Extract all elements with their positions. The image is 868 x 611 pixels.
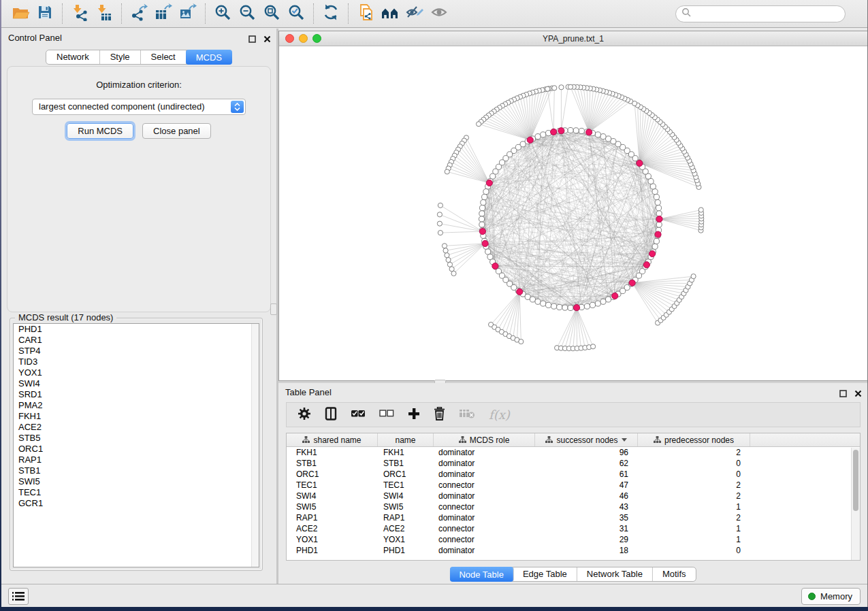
list-item[interactable]: PMA2 — [14, 400, 259, 411]
import-network-button[interactable] — [67, 3, 92, 24]
first-neighbors-icon — [381, 4, 400, 23]
open-file-button[interactable] — [8, 3, 33, 24]
zoom-in-button[interactable] — [210, 3, 235, 24]
table-row[interactable]: TEC1TEC1connector472 — [287, 480, 860, 491]
maximize-window-icon[interactable] — [312, 34, 321, 43]
table-row[interactable]: ACE2ACE2connector311 — [287, 523, 860, 534]
zoom-fit-icon — [263, 3, 280, 24]
hide-selected-button[interactable] — [402, 3, 427, 24]
tab-node-table[interactable]: Node Table — [449, 567, 514, 582]
log-console-button[interactable] — [8, 588, 29, 605]
minimize-window-icon[interactable] — [299, 34, 308, 43]
first-neighbors-button[interactable] — [378, 3, 402, 24]
close-panel-icon[interactable] — [263, 33, 271, 46]
node-table: shared name name MCDS role successor nod… — [286, 433, 861, 561]
list-item[interactable]: ACE2 — [14, 422, 259, 433]
list-item[interactable]: STP4 — [14, 346, 259, 357]
function-builder-icon[interactable]: f(x) — [489, 408, 510, 422]
zoom-out-button[interactable] — [235, 3, 259, 24]
delete-column-icon[interactable] — [434, 407, 445, 423]
show-all-button[interactable] — [427, 3, 451, 24]
column-header-shared-name[interactable]: shared name — [287, 433, 378, 446]
column-header-predecessor-nodes[interactable]: predecessor nodes — [638, 433, 750, 446]
show-eye-icon — [430, 4, 449, 23]
list-item[interactable]: SWI4 — [14, 378, 259, 389]
clone-network-button[interactable] — [353, 3, 378, 24]
table-row[interactable]: SWI5SWI5connector431 — [287, 501, 860, 512]
table-row[interactable]: RAP1RAP1dominator352 — [287, 512, 860, 523]
main-area: Control Panel Network Style Select MCDS … — [1, 29, 867, 584]
select-all-icon[interactable] — [351, 409, 366, 421]
dropdown-stepper-icon — [231, 101, 244, 113]
export-image-button[interactable] — [176, 3, 200, 24]
column-type-icon — [302, 436, 310, 444]
sort-menu-icon[interactable] — [622, 438, 627, 442]
delete-table-icon[interactable] — [459, 408, 475, 422]
control-panel-title: Control Panel — [8, 33, 62, 43]
table-row[interactable]: FKH1FKH1dominator962 — [287, 447, 860, 458]
network-window: YPA_prune.txt_1 — [278, 31, 867, 381]
tab-network-table[interactable]: Network Table — [577, 567, 653, 581]
run-mcds-button[interactable]: Run MCDS — [67, 123, 133, 139]
column-header-filler — [750, 433, 860, 446]
save-session-button[interactable] — [33, 3, 57, 24]
table-row[interactable]: YOX1YOX1connector291 — [287, 534, 860, 545]
list-item[interactable]: ORC1 — [14, 444, 259, 455]
network-canvas[interactable] — [279, 47, 867, 380]
zoom-fit-button[interactable] — [259, 3, 284, 24]
status-bar: Memory — [1, 584, 867, 607]
table-panel-title: Table Panel — [285, 387, 332, 397]
export-table-button[interactable] — [151, 3, 176, 24]
apply-layout-button[interactable] — [319, 3, 343, 24]
list-item[interactable]: RAP1 — [14, 455, 259, 465]
tab-edge-table[interactable]: Edge Table — [513, 567, 577, 581]
import-table-button[interactable] — [92, 3, 116, 24]
column-header-successor-nodes[interactable]: successor nodes — [535, 433, 638, 446]
open-folder-icon — [12, 4, 30, 23]
list-item[interactable]: SRD1 — [14, 389, 259, 400]
vertical-splitter-grip[interactable] — [270, 303, 277, 315]
tab-select[interactable]: Select — [141, 50, 187, 64]
control-panel-tabs: Network Style Select MCDS — [46, 50, 232, 65]
close-panel-icon[interactable] — [854, 388, 862, 400]
memory-button[interactable]: Memory — [801, 588, 861, 605]
list-item[interactable]: GCR1 — [14, 498, 259, 509]
table-scrollbar[interactable] — [851, 448, 860, 560]
list-item[interactable]: TID3 — [14, 357, 259, 367]
tab-mcds[interactable]: MCDS — [186, 50, 232, 65]
list-item[interactable]: CAR1 — [14, 335, 259, 346]
list-item[interactable]: STB1 — [14, 465, 259, 476]
close-panel-button[interactable]: Close panel — [142, 123, 211, 139]
deselect-all-icon[interactable] — [379, 409, 394, 421]
table-row[interactable]: SWI4SWI4dominator462 — [287, 491, 860, 501]
settings-gear-icon[interactable] — [298, 407, 311, 423]
search-input[interactable] — [692, 7, 845, 20]
float-window-icon[interactable] — [248, 33, 256, 46]
list-item[interactable]: PHD1 — [14, 324, 259, 335]
zoom-selected-button[interactable] — [284, 3, 308, 24]
table-scrollbar-thumb[interactable] — [853, 450, 858, 511]
list-item[interactable]: FKH1 — [14, 411, 259, 422]
list-item[interactable]: TEC1 — [14, 487, 259, 498]
column-header-mcds-role[interactable]: MCDS role — [434, 433, 535, 446]
tab-network[interactable]: Network — [46, 50, 100, 64]
table-row[interactable]: STB1STB1dominator620 — [287, 458, 860, 469]
zoom-out-icon — [238, 3, 256, 24]
list-item[interactable]: SWI5 — [14, 476, 259, 487]
column-type-icon — [654, 436, 661, 444]
export-network-button[interactable] — [127, 3, 151, 24]
tab-motifs[interactable]: Motifs — [653, 567, 696, 581]
table-row[interactable]: PHD1PHD1dominator180 — [287, 545, 860, 556]
float-window-icon[interactable] — [839, 388, 847, 400]
add-column-icon[interactable] — [408, 408, 420, 423]
toolbar-separator — [121, 3, 122, 24]
list-item[interactable]: STB5 — [14, 433, 259, 444]
list-item[interactable]: YOX1 — [14, 367, 259, 378]
list-scrollbar[interactable] — [251, 324, 259, 567]
close-window-icon[interactable] — [285, 34, 294, 43]
column-header-name[interactable]: name — [378, 433, 434, 446]
column-chooser-icon[interactable] — [325, 407, 337, 423]
tab-style[interactable]: Style — [100, 50, 141, 64]
table-row[interactable]: ORC1ORC1dominator610 — [287, 469, 860, 480]
criterion-dropdown[interactable]: largest connected component (undirected) — [32, 99, 246, 115]
